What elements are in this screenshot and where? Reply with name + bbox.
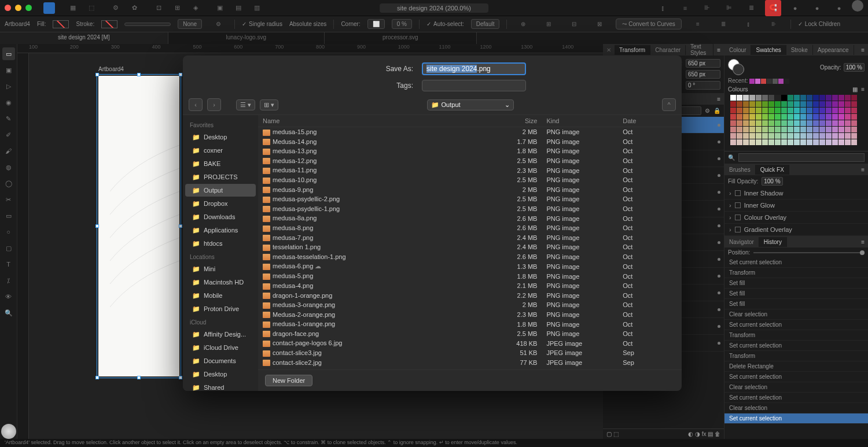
artboard-tool[interactable]: ▣ bbox=[2, 64, 15, 76]
toolbar-icon[interactable]: ◈ bbox=[187, 0, 204, 16]
file-row[interactable]: Medusa-14.png1.7 MBPNG imageOct bbox=[258, 137, 682, 147]
layer-visibility-dot[interactable] bbox=[718, 258, 720, 261]
history-item[interactable]: Set current selection bbox=[724, 257, 868, 268]
file-row[interactable]: medusa-11.png2.3 MBPNG imageOct bbox=[258, 165, 682, 175]
move-tool[interactable]: ▭ bbox=[2, 47, 15, 60]
tab-brushes[interactable]: Brushes bbox=[724, 165, 756, 175]
tab-stroke[interactable]: Stroke bbox=[786, 45, 813, 55]
toolbar-icon[interactable]: ▥ bbox=[249, 0, 265, 16]
align-icon[interactable]: ⊪ bbox=[699, 0, 715, 16]
artboard-title[interactable]: Artboard4 bbox=[98, 66, 124, 72]
absolute-sizes-check[interactable]: Absolute sizes bbox=[289, 21, 326, 27]
sidebar-item[interactable]: 📁Desktop bbox=[185, 368, 256, 380]
persona-icon[interactable]: ● bbox=[809, 0, 825, 16]
tab-transform[interactable]: Transform bbox=[615, 45, 650, 55]
layer-visibility-dot[interactable] bbox=[718, 291, 720, 294]
brush-tool[interactable]: 🖌 bbox=[2, 145, 15, 157]
file-row[interactable]: medusa-8a.png2.6 MBPNG imageOct bbox=[258, 213, 682, 223]
panel-menu-icon[interactable]: ≡ bbox=[713, 47, 724, 53]
search-icon[interactable]: 🔍 bbox=[728, 154, 735, 161]
history-item[interactable]: Clear selection bbox=[724, 382, 868, 393]
sidebar-item[interactable]: 📁coxner bbox=[185, 144, 256, 157]
align-icon[interactable]: ≣ bbox=[743, 0, 759, 16]
sidebar-item[interactable]: 📁htdocs bbox=[185, 237, 256, 250]
stroke-colour-preview[interactable] bbox=[733, 64, 744, 75]
align-icon[interactable]: ≣ bbox=[715, 16, 731, 32]
layer-visibility-dot[interactable] bbox=[718, 241, 720, 244]
account-icon[interactable] bbox=[852, 0, 863, 12]
new-layer-icon[interactable]: ▤ bbox=[708, 431, 713, 437]
snap-icon[interactable]: 🧲 bbox=[765, 0, 781, 16]
up-button[interactable]: ^ bbox=[662, 98, 676, 111]
file-row[interactable]: Medusa-2-orange.png2.3 MBPNG imageOct bbox=[258, 310, 682, 320]
file-row[interactable]: medusa-8.png2.6 MBPNG imageOct bbox=[258, 223, 682, 233]
delete-layer-icon[interactable]: 🗑 bbox=[715, 431, 720, 437]
toolbar-icon[interactable]: ▣ bbox=[212, 0, 228, 16]
back-button[interactable]: ‹ bbox=[189, 98, 203, 111]
fill-swatch[interactable] bbox=[53, 20, 69, 28]
grid-view-button[interactable]: ⊞ ▾ bbox=[260, 99, 278, 110]
sidebar-item[interactable]: 📁BAKE bbox=[185, 157, 256, 170]
history-item[interactable]: Set current selection bbox=[724, 393, 868, 403]
sidebar-item[interactable]: 📁Output bbox=[185, 184, 256, 197]
layer-visibility-dot[interactable] bbox=[718, 208, 720, 210]
colour-opacity-input[interactable]: 100 % bbox=[844, 63, 865, 72]
stroke-width[interactable] bbox=[124, 23, 171, 26]
file-row[interactable]: medusa-psydellic-2.png2.5 MBPNG imageOct bbox=[258, 194, 682, 204]
sidebar-item[interactable]: 📁iCloud Drive bbox=[185, 341, 256, 354]
col-size[interactable]: Size bbox=[491, 115, 542, 127]
minimize-button[interactable] bbox=[15, 5, 21, 11]
fx-checkbox[interactable] bbox=[735, 227, 741, 232]
corner-type[interactable]: ⬜ bbox=[367, 19, 385, 29]
sidebar-item[interactable]: 📁Affinity Desig... bbox=[185, 328, 256, 341]
view-tool[interactable]: 👁 bbox=[2, 290, 15, 303]
panel-menu-icon[interactable]: ≡ bbox=[858, 47, 868, 53]
file-row[interactable]: medusa-12.png2.5 MBPNG imageOct bbox=[258, 156, 682, 166]
document-tab[interactable]: site design 2024 [M] bbox=[0, 32, 168, 44]
fill-preview[interactable] bbox=[1, 424, 16, 439]
col-kind[interactable]: Kind bbox=[542, 115, 618, 127]
swatch-grid[interactable] bbox=[728, 93, 865, 147]
gear-icon[interactable]: ✿ bbox=[126, 0, 142, 16]
stroke-swatch[interactable] bbox=[101, 20, 117, 28]
fx-item[interactable]: ›Inner Glow bbox=[724, 200, 868, 212]
file-row[interactable]: medusa-tesselation-1.png2.6 MBPNG imageO… bbox=[258, 252, 682, 262]
single-radius-check[interactable]: ✓ Single radius bbox=[242, 21, 282, 27]
layer-visibility-dot[interactable] bbox=[718, 342, 720, 345]
align-icon[interactable]: ⊫ bbox=[721, 0, 737, 16]
sidebar-item[interactable]: 📁Macintosh HD bbox=[185, 276, 256, 289]
tags-input[interactable] bbox=[422, 80, 526, 91]
fx-item[interactable]: ›Gradient Overlay bbox=[724, 224, 868, 236]
file-row[interactable]: dragon-face.png2.5 MBPNG imageOct bbox=[258, 329, 682, 339]
align-icon[interactable]: ⊠ bbox=[591, 16, 608, 32]
history-item[interactable]: Delete Rectangle bbox=[724, 361, 868, 372]
gear-icon[interactable]: ⚙ bbox=[108, 0, 124, 16]
sidebar-item[interactable]: 📁Applications bbox=[185, 224, 256, 237]
layer-visibility-dot[interactable] bbox=[718, 325, 720, 328]
sidebar-item[interactable]: 📁PROJECTS bbox=[185, 171, 256, 183]
layer-visibility-dot[interactable] bbox=[718, 124, 720, 127]
align-icon[interactable]: ⊪ bbox=[766, 16, 782, 32]
autoselect-value[interactable]: Default bbox=[471, 19, 500, 29]
fill-opacity-input[interactable]: 100 % bbox=[762, 177, 782, 186]
zoom-tool[interactable]: 🔍 bbox=[2, 306, 15, 319]
fx-checkbox[interactable] bbox=[735, 202, 741, 208]
history-item[interactable]: Set current selection bbox=[724, 341, 868, 351]
fx-checkbox[interactable] bbox=[735, 190, 741, 196]
sidebar-item[interactable]: 📁Desktop bbox=[185, 131, 256, 143]
toolbar-icon[interactable]: ⬚ bbox=[83, 0, 100, 16]
path-dropdown[interactable]: 📁Output⌄ bbox=[427, 99, 514, 110]
document-tab[interactable]: processor.svg bbox=[325, 32, 477, 44]
expand-icon[interactable]: › bbox=[729, 202, 731, 209]
expand-icon[interactable]: › bbox=[729, 190, 731, 197]
align-icon[interactable]: ⫿ bbox=[741, 16, 757, 32]
document-tab[interactable]: lunacy-logo.svg bbox=[168, 32, 325, 44]
col-date[interactable]: Date bbox=[618, 115, 682, 127]
sidebar-item[interactable]: 📁Mobile bbox=[185, 289, 256, 302]
layer-tool-icon[interactable]: ⬚ bbox=[613, 431, 619, 437]
file-row[interactable]: medusa-6.png ☁1.3 MBPNG imageOct bbox=[258, 261, 682, 271]
tab-colour[interactable]: Colour bbox=[724, 45, 751, 55]
align-icon[interactable]: ⊞ bbox=[540, 16, 557, 32]
h-input[interactable]: 650 px bbox=[686, 70, 720, 79]
panel-menu-icon[interactable]: ≡ bbox=[858, 167, 868, 173]
